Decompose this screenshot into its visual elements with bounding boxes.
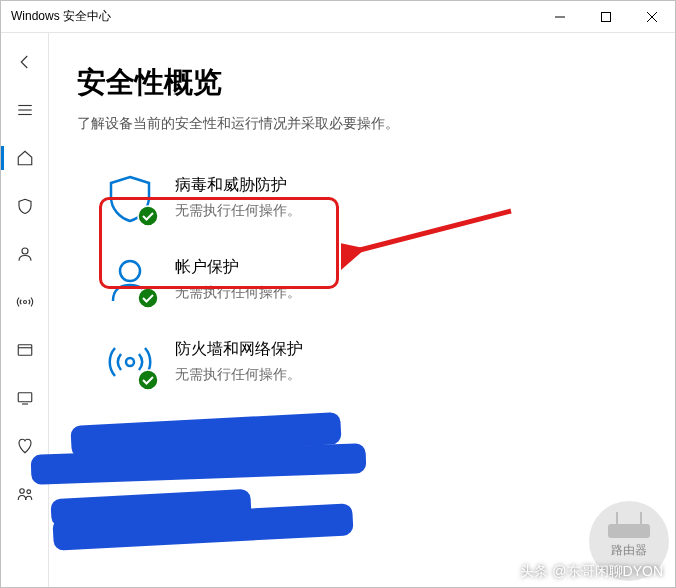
card-desc: 无需执行任何操作。 (175, 284, 301, 302)
svg-point-13 (19, 489, 24, 494)
sidebar-item-home[interactable] (1, 137, 49, 179)
card-account-protection[interactable]: 帐户保护 无需执行任何操作。 (105, 255, 647, 305)
svg-point-8 (23, 301, 26, 304)
svg-point-14 (26, 490, 30, 494)
window-controls (537, 1, 675, 33)
card-text: 病毒和威胁防护 无需执行任何操作。 (175, 173, 301, 220)
check-icon (137, 205, 159, 227)
svg-point-18 (126, 358, 134, 366)
card-title: 防火墙和网络保护 (175, 339, 303, 360)
sidebar-item-device-security[interactable] (1, 377, 49, 419)
minimize-button[interactable] (537, 1, 583, 33)
sidebar-item-virus[interactable] (1, 185, 49, 227)
page-subtitle: 了解设备当前的安全性和运行情况并采取必要操作。 (77, 115, 647, 133)
card-firewall-network[interactable]: 防火墙和网络保护 无需执行任何操作。 (105, 337, 647, 387)
svg-rect-1 (602, 12, 611, 21)
svg-point-15 (138, 206, 158, 226)
svg-rect-11 (18, 393, 32, 402)
account-icon (105, 255, 155, 305)
sidebar (1, 33, 49, 587)
page-title: 安全性概览 (77, 63, 647, 103)
close-button[interactable] (629, 1, 675, 33)
card-text: 帐户保护 无需执行任何操作。 (175, 255, 301, 302)
card-desc: 无需执行任何操作。 (175, 366, 303, 384)
titlebar: Windows 安全中心 (1, 1, 675, 33)
attribution-text: 头条 @东哥闲聊DYON (520, 563, 663, 581)
svg-rect-9 (18, 345, 32, 356)
sidebar-item-account[interactable] (1, 233, 49, 275)
back-button[interactable] (1, 41, 49, 83)
shield-icon (105, 173, 155, 223)
sidebar-item-firewall[interactable] (1, 281, 49, 323)
maximize-button[interactable] (583, 1, 629, 33)
window-title: Windows 安全中心 (1, 8, 111, 25)
svg-point-7 (22, 248, 28, 254)
check-icon (137, 287, 159, 309)
check-icon (137, 369, 159, 391)
app-window: Windows 安全中心 (0, 0, 676, 588)
card-title: 帐户保护 (175, 257, 301, 278)
card-virus-threat[interactable]: 病毒和威胁防护 无需执行任何操作。 (105, 173, 647, 223)
card-desc: 无需执行任何操作。 (175, 202, 301, 220)
svg-point-19 (138, 370, 158, 390)
card-title: 病毒和威胁防护 (175, 175, 301, 196)
menu-button[interactable] (1, 89, 49, 131)
sidebar-item-app-browser[interactable] (1, 329, 49, 371)
network-icon (105, 337, 155, 387)
card-text: 防火墙和网络保护 无需执行任何操作。 (175, 337, 303, 384)
svg-point-16 (120, 261, 140, 281)
svg-point-17 (138, 288, 158, 308)
